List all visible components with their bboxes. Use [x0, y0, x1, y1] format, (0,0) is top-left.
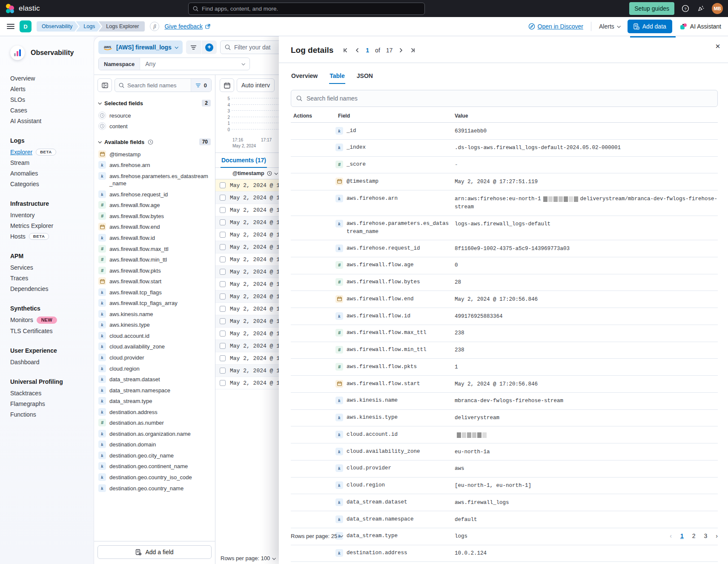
global-search-input[interactable]: Find apps, content, and more. [188, 3, 425, 15]
first-page-icon[interactable] [343, 47, 349, 53]
table-row[interactable]: kaws.kinesis.namembranca-dev-fwlogs-fire… [291, 393, 718, 410]
table-row[interactable]: kdata_stream.datasetaws.firewall_logs [291, 494, 718, 511]
table-row[interactable]: aws.firewall.flow.startMay 2, 2024 @ 17:… [291, 376, 718, 393]
table-row[interactable]: kaws.firewall.flow.id499176925883364 [291, 308, 718, 325]
collapse-sidebar-button[interactable] [97, 78, 112, 92]
available-field-item[interactable]: #destination.as.number [97, 417, 212, 429]
table-row[interactable]: k_index.ds-logs-aws.firewall_logs-defaul… [291, 140, 718, 157]
add-filter-button[interactable]: + [201, 40, 217, 54]
sidebar-item-ai-assistant[interactable]: AI Assistant [10, 115, 94, 126]
setup-guides-button[interactable]: Setup guides [629, 2, 674, 15]
add-field-button[interactable]: Add a field [97, 545, 212, 559]
sidebar-item-cases[interactable]: Cases [10, 105, 94, 115]
add-data-button[interactable]: Add data [628, 20, 672, 33]
user-avatar[interactable]: MB [712, 3, 723, 14]
open-in-discover-link[interactable]: Open in Discover [528, 23, 583, 30]
row-checkbox[interactable] [220, 219, 226, 225]
close-flyout-button[interactable]: ✕ [713, 41, 723, 52]
available-field-item[interactable]: kdestination.geo.city_name [97, 450, 212, 461]
breadcrumb-observability[interactable]: Observability [37, 21, 78, 32]
row-checkbox[interactable] [220, 343, 226, 349]
row-checkbox[interactable] [220, 355, 226, 361]
sidebar-item-services[interactable]: Services [10, 262, 94, 273]
previous-page-arrow[interactable]: ‹ [670, 532, 672, 539]
available-field-item[interactable]: kdata_stream.namespace [97, 385, 212, 396]
sidebar-item-dashboard[interactable]: Dashboard [10, 357, 94, 367]
documents-rows-per-page[interactable]: Rows per page: 100 [221, 555, 275, 561]
elastic-logo[interactable]: elastic [5, 3, 188, 14]
available-field-item[interactable]: kdestination.as.organization.name [97, 428, 212, 439]
available-field-item[interactable]: kdata_stream.dataset [97, 374, 212, 385]
available-field-item[interactable]: kdestination.geo.country_iso_code [97, 472, 212, 483]
sidebar-item-stacktraces[interactable]: Stacktraces [10, 388, 94, 398]
tab-overview[interactable]: Overview [291, 70, 318, 84]
available-field-item[interactable]: #aws.firewall.flow.bytes [97, 210, 212, 222]
alerts-dropdown[interactable]: Alerts [599, 23, 620, 30]
page-1[interactable]: 1 [680, 532, 684, 539]
sidebar-item-traces[interactable]: Traces [10, 273, 94, 283]
row-checkbox[interactable] [220, 331, 226, 337]
row-checkbox[interactable] [220, 195, 226, 201]
sidebar-item-overview[interactable]: Overview [10, 73, 94, 83]
table-row[interactable]: kcloud.region[eu-north-1, eu-north-1] [291, 478, 718, 495]
ai-assistant-button[interactable]: AI Assistant [680, 23, 721, 30]
table-row[interactable]: #aws.firewall.flow.bytes28 [291, 274, 718, 291]
sidebar-item-categories[interactable]: Categories [10, 178, 94, 189]
breadcrumb-logs[interactable]: Logs [76, 21, 101, 32]
page-3[interactable]: 3 [704, 532, 708, 539]
available-field-item[interactable]: kdestination.address [97, 406, 212, 417]
row-checkbox[interactable] [220, 182, 226, 188]
tab-json[interactable]: JSON [356, 70, 373, 84]
available-field-item[interactable]: kdestination.domain [97, 439, 212, 450]
next-page-arrow[interactable]: › [716, 532, 718, 539]
available-field-item[interactable]: #aws.firewall.flow.min_ttl [97, 254, 212, 265]
available-field-item[interactable]: @timestamp [97, 149, 212, 160]
available-field-item[interactable]: kdestination.geo.continent_name [97, 461, 212, 472]
breakdown-date-button[interactable] [220, 78, 234, 92]
table-row[interactable]: #aws.firewall.flow.age0 [291, 257, 718, 274]
table-row[interactable]: k_id63911aebb0 [291, 123, 718, 140]
available-field-item[interactable]: kaws.kinesis.name [97, 308, 212, 319]
tab-documents[interactable]: Documents (17) [221, 153, 267, 168]
table-row[interactable]: kcloud.account.id [291, 426, 718, 443]
table-row[interactable]: #aws.firewall.flow.pkts1 [291, 359, 718, 376]
available-field-item[interactable]: kaws.firehose.request_id [97, 189, 212, 200]
table-row[interactable]: #aws.firewall.flow.min_ttl238 [291, 342, 718, 359]
row-checkbox[interactable] [220, 368, 226, 374]
available-field-item[interactable]: kcloud.provider [97, 352, 212, 363]
available-field-item[interactable]: kaws.firewall.tcp_flags_array [97, 298, 212, 309]
tab-table[interactable]: Table [329, 70, 345, 84]
newsfeed-icon[interactable] [696, 4, 705, 13]
table-row[interactable]: aws.firewall.flow.endMay 2, 2024 @ 17:20… [291, 291, 718, 308]
available-field-item[interactable]: kcloud.account.id [97, 330, 212, 341]
available-field-item[interactable]: kcloud.region [97, 363, 212, 374]
available-field-item[interactable]: kaws.firehose.parameters.es_datastream_n… [97, 170, 212, 189]
available-field-item[interactable]: kaws.firehose.arn [97, 160, 212, 171]
interval-select[interactable]: Auto interv [237, 78, 275, 92]
dataset-selector[interactable]: aws [AWS] firewall_logs [98, 40, 183, 54]
available-field-item[interactable]: aws.firewall.flow.start [97, 276, 212, 287]
table-row[interactable]: kaws.firehose.arnarn:aws:firehose:eu-nor… [291, 190, 718, 216]
table-row[interactable]: kaws.firehose.request_id8f1160e9-1002-43… [291, 240, 718, 257]
table-row[interactable]: kaws.kinesis.typedeliverystream [291, 410, 718, 427]
table-row[interactable]: #aws.firewall.flow.max_ttl238 [291, 325, 718, 342]
filters-button[interactable] [186, 40, 201, 54]
available-field-item[interactable]: kdata_stream.type [97, 396, 212, 407]
row-checkbox[interactable] [220, 380, 226, 386]
sidebar-item-anomalies[interactable]: Anomalies [10, 168, 94, 178]
table-row[interactable]: kcloud.availability_zoneeu-north-1a [291, 443, 718, 460]
sidebar-item-explorer[interactable]: ExplorerBETA [10, 147, 94, 157]
selected-field-item[interactable]: resource [97, 110, 212, 121]
sidebar-item-stream[interactable]: Stream [10, 157, 94, 168]
row-checkbox[interactable] [220, 232, 226, 238]
previous-page-icon[interactable] [355, 47, 360, 53]
sidebar-item-monitors[interactable]: MonitorsNEW [10, 314, 94, 325]
sidebar-item-tls-certificates[interactable]: TLS Certificates [10, 325, 94, 336]
next-page-icon[interactable] [398, 47, 404, 53]
sidebar-item-dependencies[interactable]: Dependencies [10, 283, 94, 294]
available-field-item[interactable]: kcloud.availability_zone [97, 341, 212, 352]
row-checkbox[interactable] [220, 281, 226, 287]
available-field-item[interactable]: kaws.firewall.flow.id [97, 232, 212, 243]
row-checkbox[interactable] [220, 244, 226, 250]
available-field-item[interactable]: kaws.firewall.tcp_flags [97, 287, 212, 298]
